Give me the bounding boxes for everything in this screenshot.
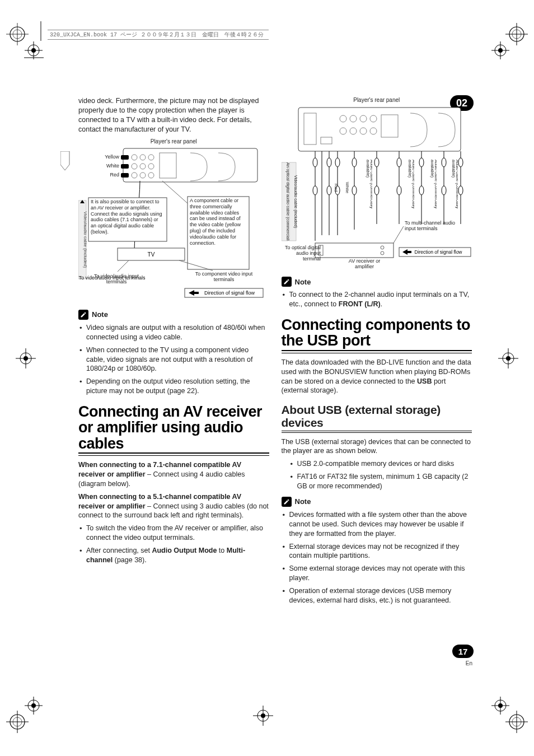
svg-rect-48 [123,148,257,182]
svg-point-91 [335,158,340,167]
svg-rect-63 [121,164,129,169]
left-column: video deck. Furthermore, the picture may… [78,96,269,609]
diagram-av-receiver: Player's rear panel [282,96,472,271]
svg-text:Video/audio cable (included): Video/audio cable (included) [83,212,88,268]
svg-point-96 [374,186,379,195]
pencil-icon [282,277,292,287]
sub-bullets-left: To switch the video from the AV receiver… [78,524,269,565]
note-heading: Note [282,277,472,287]
paragraph-71ch: When connecting to a 7.1-channel compati… [78,460,269,489]
svg-rect-109 [315,243,394,258]
list-item: Devices formatted with a file system oth… [282,510,472,539]
svg-point-87 [313,158,317,167]
svg-text:White: White [345,181,350,193]
list-item: Some external storage devices may not op… [282,564,472,583]
svg-point-88 [313,186,317,195]
svg-text:Direction of signal flow: Direction of signal flow [414,249,462,255]
list-item: To switch the video from the AV receiver… [78,524,269,543]
paragraph-51ch: When connecting to a 5.1-channel compati… [78,492,269,521]
page-language: En [466,660,472,666]
section-heading-usb: Connecting components to the USB port [282,317,472,349]
about-usb-paragraph: The USB (external storage) devices that … [282,437,472,456]
svg-point-104 [458,186,463,195]
header-runner-text: 320_UXJCA_EN.book 17 ページ ２００９年２月１３日 金曜日 … [48,31,264,39]
svg-point-103 [458,158,463,167]
svg-point-94 [352,186,357,195]
svg-point-93 [352,158,357,167]
svg-point-102 [442,186,446,195]
diagram1-svg: Video/audio cable (included) Yellow Whit [78,147,269,301]
list-item: After connecting, set Audio Output Mode … [78,546,269,565]
svg-text:Direction of signal flow: Direction of signal flow [204,290,255,296]
right-column: Player's rear panel [282,96,472,609]
list-item: FAT16 or FAT32 file system, minimum 1 GB… [289,472,472,491]
registration-mark-right [497,347,519,370]
diagram1-caption: Player's rear panel [78,138,269,146]
intro-paragraph: video deck. Furthermore, the picture may… [78,96,269,134]
registration-mark-bottom [252,704,274,727]
svg-text:Red: Red [110,172,119,178]
page-number-badge: 17 [452,645,474,658]
diagram2-svg: An optical digital audio cable (commerci… [282,106,472,269]
svg-rect-64 [121,173,129,178]
diagram-tv-connection: Player's rear panel Video/audio cable (i… [78,138,269,304]
heading-divider [282,350,472,353]
usb-spec-list: USB 2.0-compatible memory devices or har… [282,459,472,491]
svg-rect-75 [298,108,461,151]
registration-mark-br [479,684,530,735]
svg-point-97 [397,158,401,167]
svg-text:TV: TV [148,251,155,258]
svg-point-90 [327,186,331,195]
svg-point-99 [419,158,424,167]
svg-text:White: White [106,163,119,169]
svg-point-98 [397,186,401,195]
list-item: Depending on the output video resolution… [78,377,269,396]
svg-point-89 [327,158,331,167]
list-item: External storage devices may not be reco… [282,542,472,561]
note-heading: Note [78,310,269,320]
registration-mark-tr [479,21,530,72]
registration-mark-tl [4,21,55,72]
list-item: To connect to the 2-channel audio input … [282,290,472,309]
svg-text:Yellow: Yellow [105,154,119,160]
svg-point-95 [374,158,379,167]
header-runner: 320_UXJCA_EN.book 17 ページ ２００９年２月１３日 金曜日 … [48,30,269,40]
svg-line-71 [118,260,129,272]
list-item: Video signals are output with a resoluti… [78,323,269,342]
usb-paragraph: The data downloaded with the BD-LIVE fun… [282,358,472,396]
svg-text:Red: Red [334,183,339,192]
note-label: Note [92,310,108,320]
subheading-divider [282,431,472,433]
list-item: When connected to the TV using a compone… [78,346,269,374]
svg-point-100 [419,186,424,195]
list-item: Operation of external storage devices (U… [282,586,472,605]
heading-divider [78,452,269,456]
thumb-tab-icon [60,151,72,171]
section-heading-av: Connecting an AV receiver or amplifier u… [78,404,269,451]
sub-heading-about-usb: About USB (external storage) devices [282,403,472,429]
note-list-right-2: Devices formatted with a file system oth… [282,510,472,605]
svg-point-101 [442,158,446,167]
note-label: Note [295,277,311,287]
svg-rect-62 [121,155,129,160]
list-item: USB 2.0-compatible memory devices or har… [289,459,472,469]
registration-mark-left [15,347,37,370]
note-list-right-1: To connect to the 2-channel audio input … [282,290,472,309]
diagram2-caption: Player's rear panel [282,96,472,104]
note-label: Note [295,497,311,507]
note-list-left: Video signals are output with a resoluti… [78,323,269,396]
pencil-icon [282,497,292,507]
note-heading: Note [282,497,472,507]
svg-line-113 [394,226,404,243]
pencil-icon [78,310,88,320]
registration-mark-bl [4,684,55,735]
